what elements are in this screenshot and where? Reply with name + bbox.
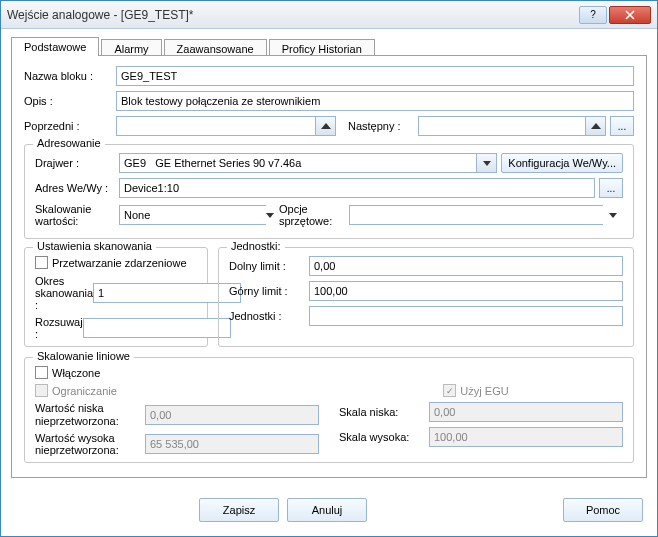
gorny-label: Górny limit : [229,285,309,297]
addressing-group: Adresowanie Drajwer : Konfiguracja We/Wy… [24,144,634,239]
nazwa-label: Nazwa bloku : [24,70,116,82]
wwys-input [145,434,319,454]
okres-label: Okres skanowania : [35,275,93,311]
gorny-input[interactable] [309,281,623,301]
units-group: Jednostki: Dolny limit : Górny limit : J… [218,247,634,347]
scan-group: Ustawienia skanowania Przetwarzanie zdar… [24,247,208,347]
nastepny-label: Następny : [348,120,418,132]
opcje-label: Opcje sprzętowe: [279,203,349,227]
swys-input [429,427,623,447]
ograniczanie-label: Ograniczanie [52,385,117,397]
nastepny-input[interactable] [418,116,586,136]
save-button[interactable]: Zapisz [199,498,279,522]
opis-label: Opis : [24,95,116,107]
przetwarzanie-label: Przetwarzanie zdarzeniowe [52,257,187,269]
units-title: Jednostki: [227,240,285,252]
nastepny-browse-button[interactable]: ... [610,116,634,136]
window-title: Wejście analogowe - [GE9_TEST]* [7,8,579,22]
wwys-label: Wartość wysoka nieprzetworzona: [35,432,145,456]
snisk-label: Skala niska: [339,406,429,418]
close-titlebutton[interactable] [609,6,651,24]
tab-panel: Nazwa bloku : Opis : Poprzedni : Następn… [11,55,647,478]
poprzedni-label: Poprzedni : [24,120,116,132]
close-icon [625,10,635,20]
linear-group: Skalowanie liniowe Włączone Ograniczanie [24,357,634,462]
wnisk-input [145,405,319,425]
addressing-title: Adresowanie [33,137,105,149]
opcje-select[interactable] [349,205,603,225]
cancel-button[interactable]: Anuluj [287,498,367,522]
tab-basic[interactable]: Podstawowe [11,37,99,56]
drajwer-label: Drajwer : [35,157,119,169]
rozsuwaj-input[interactable] [83,318,231,338]
up-arrow-icon [591,123,601,129]
egu-checkbox: ✓ [443,384,456,397]
snisk-input [429,402,623,422]
drajwer-select[interactable] [119,153,477,173]
dolny-label: Dolny limit : [229,260,309,272]
dialog-window: Wejście analogowe - [GE9_TEST]* ? Podsta… [0,0,658,537]
scan-title: Ustawienia skanowania [33,240,156,252]
skal-dropdown-button[interactable] [266,205,274,225]
nazwa-input[interactable] [116,66,634,86]
help-titlebutton[interactable]: ? [579,6,607,24]
drajwer-dropdown-button[interactable] [477,153,497,173]
ograniczanie-checkbox [35,384,48,397]
chevron-down-icon [609,213,617,218]
opis-input[interactable] [116,91,634,111]
poprzedni-up-button[interactable] [316,116,336,136]
rozsuwaj-label: Rozsuwaj : [35,316,83,340]
footer: Zapisz Anuluj Pomoc [1,488,657,536]
adres-input[interactable] [119,178,595,198]
wlaczone-checkbox[interactable] [35,366,48,379]
jednostki-label: Jednostki : [229,310,309,322]
egu-label: Użyj EGU [460,385,508,397]
konfiguracja-button[interactable]: Konfiguracja We/Wy... [501,153,623,173]
przetwarzanie-checkbox[interactable] [35,256,48,269]
up-arrow-icon [321,123,331,129]
opcje-dropdown-button[interactable] [603,205,623,225]
chevron-down-icon [483,161,491,166]
wlaczone-label: Włączone [52,367,100,379]
skal-select[interactable] [119,205,266,225]
help-button[interactable]: Pomoc [563,498,643,522]
poprzedni-input[interactable] [116,116,316,136]
jednostki-input[interactable] [309,306,623,326]
wnisk-label: Wartość niska nieprzetworzona: [35,402,145,426]
dolny-input[interactable] [309,256,623,276]
adres-label: Adres We/Wy : [35,182,119,194]
adres-browse-button[interactable]: ... [599,178,623,198]
tab-strip: Podstawowe Alarmy Zaawansowane Proficy H… [11,37,647,56]
linear-title: Skalowanie liniowe [33,350,134,362]
titlebar: Wejście analogowe - [GE9_TEST]* ? [1,1,657,29]
swys-label: Skala wysoka: [339,431,429,443]
nastepny-up-button[interactable] [586,116,606,136]
chevron-down-icon [266,213,274,218]
skal-label: Skalowanie wartości: [35,203,119,227]
